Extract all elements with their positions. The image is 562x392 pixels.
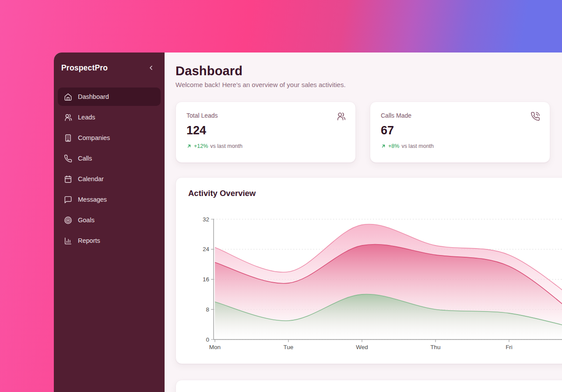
calendar-icon [64,175,72,183]
activity-overview-card: Activity Overview 08162432MonTueWedThuFr… [176,177,562,364]
app-window: ProspectPro DashboardLeadsCompaniesCalls… [54,52,562,392]
sidebar-item-leads[interactable]: Leads [58,108,161,126]
main-content: Dashboard Welcome back! Here's an overvi… [165,52,562,392]
stat-label: Calls Made [381,112,539,119]
svg-text:0: 0 [206,336,209,343]
users-icon [64,113,72,122]
svg-text:Tue: Tue [284,344,294,350]
stat-trend: +12%vs last month [186,143,345,149]
phone-call-icon [530,112,540,123]
activity-area-chart: 08162432MonTueWedThuFri [176,216,562,363]
brand-logo: ProspectPro [61,63,108,73]
sidebar-item-dashboard[interactable]: Dashboard [58,88,161,106]
chevron-left-icon [148,64,155,71]
chart-title: Activity Overview [188,189,256,198]
home-icon [64,93,72,101]
sidebar-item-calendar[interactable]: Calendar [58,170,161,188]
sidebar-item-label: Messages [78,196,107,203]
svg-text:16: 16 [203,276,209,283]
sidebar-item-label: Calendar [78,175,104,182]
trend-percent: +8% [388,143,399,149]
svg-text:Mon: Mon [209,344,221,350]
sidebar: ProspectPro DashboardLeadsCompaniesCalls… [54,52,165,392]
sidebar-item-goals[interactable]: Goals [58,211,161,229]
page-title: Dashboard [176,64,562,78]
sidebar-item-messages[interactable]: Messages [58,190,161,209]
svg-text:8: 8 [206,306,209,313]
building-icon [64,134,72,142]
sidebar-item-label: Goals [78,217,95,224]
partial-card-below [176,380,562,392]
stat-trend: +8%vs last month [381,143,539,149]
stats-row: Total Leads124+12%vs last monthCalls Mad… [176,102,562,163]
sidebar-item-reports[interactable]: Reports [58,231,161,250]
svg-text:Fri: Fri [506,344,513,350]
stat-label: Total Leads [186,112,345,119]
page-subtitle: Welcome back! Here's an overview of your… [176,81,562,88]
sidebar-item-label: Companies [78,134,110,141]
trend-suffix: vs last month [401,143,434,149]
stat-card-calls-made: Calls Made67+8%vs last month [370,102,550,163]
message-square-icon [64,196,72,204]
svg-text:32: 32 [203,216,209,223]
trend-suffix: vs last month [210,143,242,149]
arrow-up-right-icon [186,144,192,149]
sidebar-collapse-button[interactable] [146,63,156,73]
sidebar-item-label: Calls [78,155,92,162]
sidebar-item-label: Dashboard [78,93,109,100]
sidebar-nav: DashboardLeadsCompaniesCallsCalendarMess… [54,88,165,252]
stat-value: 67 [381,124,539,137]
svg-text:Thu: Thu [430,344,440,350]
phone-icon [64,154,72,163]
sidebar-item-label: Reports [78,237,100,244]
arrow-up-right-icon [381,144,386,149]
bar-chart-icon [64,237,72,245]
users-icon [336,112,346,123]
sidebar-item-companies[interactable]: Companies [58,129,161,147]
sidebar-header: ProspectPro [54,63,165,73]
svg-text:24: 24 [203,246,210,252]
sidebar-item-calls[interactable]: Calls [58,149,161,168]
target-icon [64,216,72,224]
svg-text:Wed: Wed [356,344,368,350]
sidebar-item-label: Leads [78,114,95,121]
stat-card-total-leads: Total Leads124+12%vs last month [176,102,356,163]
stat-value: 124 [186,124,345,137]
trend-percent: +12% [194,143,208,149]
